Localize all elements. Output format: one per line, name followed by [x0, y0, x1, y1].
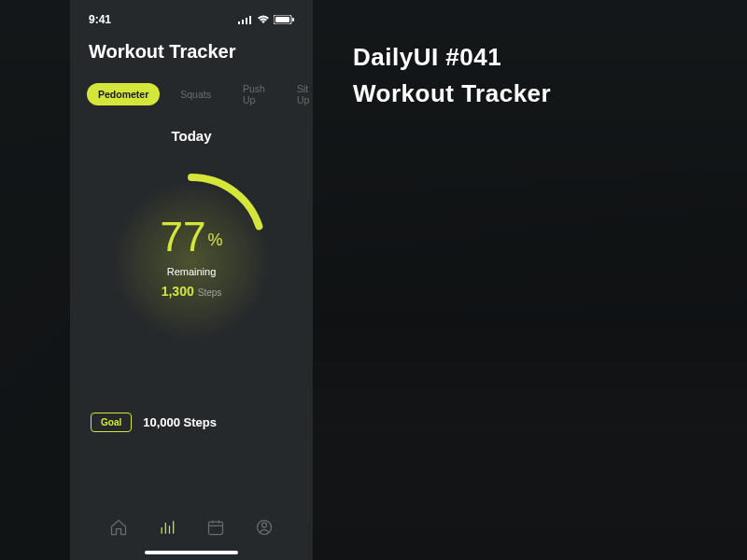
bottom-navigation: [70, 504, 313, 545]
tab-squats[interactable]: Squats: [169, 83, 222, 105]
remaining-unit: Steps: [198, 287, 222, 298]
remaining-row: 1,300Steps: [98, 283, 285, 300]
progress-gauge: 77% Remaining 1,300Steps: [98, 155, 285, 342]
goal-row: Goal 10,000 Steps: [70, 413, 313, 432]
category-tabs: Pedometer Squats Push Up Sit Up: [70, 77, 313, 128]
home-icon: [109, 518, 128, 537]
percent-value: 77: [161, 214, 206, 260]
status-icons: [238, 15, 294, 24]
nav-stats[interactable]: [157, 517, 177, 538]
presentation-title: DailyUI #041 Workout Tracker: [353, 39, 551, 112]
home-indicator[interactable]: [145, 551, 238, 554]
svg-rect-2: [246, 18, 247, 24]
remaining-number: 1,300: [162, 284, 194, 299]
tab-pushup[interactable]: Push Up: [232, 77, 276, 111]
tab-situp[interactable]: Sit Up: [286, 77, 320, 111]
title-line-1: DailyUI #041: [353, 43, 501, 71]
title-line-2: Workout Tracker: [353, 79, 551, 107]
signal-icon: [238, 15, 253, 24]
svg-rect-3: [249, 16, 251, 24]
phone-mockup: 9:41 Workout Tracker Pedometer Squats Pu…: [70, 0, 313, 560]
calendar-icon: [206, 518, 225, 537]
stats-icon: [158, 518, 176, 537]
profile-icon: [255, 518, 274, 537]
tab-pedometer[interactable]: Pedometer: [87, 83, 160, 105]
svg-rect-6: [292, 18, 294, 21]
page-title: Workout Tracker: [89, 41, 294, 63]
remaining-label: Remaining: [98, 266, 285, 277]
svg-point-16: [262, 523, 267, 527]
status-bar: 9:41: [70, 0, 313, 32]
nav-profile[interactable]: [254, 517, 275, 538]
percent-sign: %: [207, 231, 222, 249]
svg-rect-5: [275, 17, 289, 22]
svg-rect-1: [242, 20, 244, 24]
nav-home[interactable]: [108, 517, 129, 538]
period-label: Today: [70, 128, 313, 144]
app-header: Workout Tracker: [70, 32, 313, 77]
status-time: 9:41: [89, 13, 111, 26]
svg-rect-0: [238, 21, 240, 24]
battery-icon: [274, 15, 294, 24]
wifi-icon: [257, 15, 270, 24]
goal-value: 10,000 Steps: [143, 415, 217, 429]
nav-calendar[interactable]: [205, 517, 226, 538]
gauge-center: 77% Remaining 1,300Steps: [98, 214, 285, 300]
svg-rect-11: [209, 522, 223, 534]
goal-badge[interactable]: Goal: [91, 413, 132, 432]
